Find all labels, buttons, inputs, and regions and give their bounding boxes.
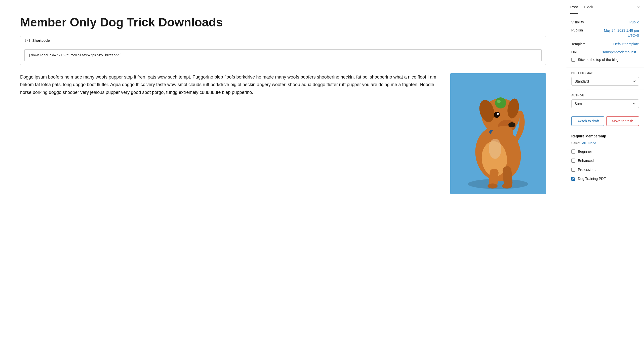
- membership-checkboxes: Beginner Enhanced Professional Dog Train…: [571, 148, 639, 182]
- tab-post[interactable]: Post: [570, 0, 578, 14]
- switch-to-draft-button[interactable]: Switch to draft: [571, 116, 604, 126]
- membership-dog-training-pdf-label: Dog Training PDF: [578, 177, 606, 181]
- sidebar-header: Post Block ×: [566, 0, 644, 14]
- template-row: Template Default template: [571, 40, 639, 48]
- membership-professional-row: Professional: [571, 166, 639, 173]
- url-row: URL samspmprodemo.inst...: [571, 48, 639, 56]
- post-format-select[interactable]: Standard Aside Chat Gallery Link Image Q…: [571, 77, 639, 86]
- publish-row: Publish May 24, 2023 1:48 pmUTC+0: [571, 26, 639, 40]
- require-membership-header: Require Membership ⌃: [571, 134, 639, 138]
- post-body: Doggo ipsum boofers he made many woofs p…: [20, 73, 440, 96]
- url-label: URL: [571, 50, 578, 54]
- visibility-label: Visibility: [571, 20, 584, 24]
- membership-dog-training-pdf-checkbox[interactable]: [571, 177, 575, 181]
- shortcode-block: [/] Shortcode: [20, 36, 546, 65]
- sidebar: Post Block × Visibility Public Publish M…: [566, 0, 644, 337]
- template-label: Template: [571, 42, 586, 46]
- close-button[interactable]: ×: [637, 5, 640, 10]
- membership-enhanced-checkbox[interactable]: [571, 159, 575, 163]
- membership-beginner-label: Beginner: [578, 149, 592, 154]
- author-section: AUTHOR Sam: [566, 90, 644, 112]
- main-content: Member Only Dog Trick Downloads [/] Shor…: [0, 0, 566, 337]
- svg-point-20: [502, 183, 512, 189]
- tab-block[interactable]: Block: [584, 0, 593, 14]
- chevron-up-icon[interactable]: ⌃: [636, 134, 639, 138]
- svg-point-19: [488, 183, 498, 189]
- require-membership-section: Require Membership ⌃ Select: All | None …: [566, 130, 644, 186]
- url-value[interactable]: samspmprodemo.inst...: [602, 50, 639, 54]
- membership-dog-training-pdf-row: Dog Training PDF: [571, 175, 639, 182]
- membership-beginner-row: Beginner: [571, 148, 639, 155]
- stick-to-blog-label: Stick to the top of the blog: [578, 58, 619, 62]
- shortcode-input[interactable]: [24, 49, 542, 61]
- visibility-row: Visibility Public: [571, 18, 639, 26]
- select-label: Select:: [571, 141, 582, 145]
- select-links: Select: All | None: [571, 141, 639, 145]
- select-all-link[interactable]: All: [582, 141, 586, 145]
- membership-enhanced-row: Enhanced: [571, 157, 639, 164]
- shortcode-header: [/] Shortcode: [20, 36, 546, 45]
- template-value[interactable]: Default template: [613, 42, 639, 46]
- post-format-section: POST FORMAT Standard Aside Chat Gallery …: [566, 67, 644, 90]
- sidebar-tabs: Post Block: [570, 0, 593, 14]
- post-format-title: POST FORMAT: [571, 71, 639, 74]
- svg-point-8: [497, 113, 499, 115]
- svg-point-16: [497, 100, 501, 103]
- select-none-link[interactable]: None: [588, 141, 596, 145]
- svg-point-15: [495, 97, 506, 108]
- require-membership-title: Require Membership: [571, 134, 606, 138]
- shortcode-bracket-icon: [/]: [24, 39, 30, 42]
- shortcode-label: Shortcode: [32, 39, 50, 43]
- membership-professional-label: Professional: [578, 168, 597, 172]
- dog-image: [450, 73, 546, 194]
- svg-point-6: [508, 122, 515, 127]
- action-buttons: Switch to draft Move to trash: [566, 112, 644, 130]
- membership-professional-checkbox[interactable]: [571, 168, 575, 172]
- select-separator: |: [587, 141, 588, 145]
- publish-label: Publish: [571, 28, 583, 32]
- move-to-trash-button[interactable]: Move to trash: [606, 116, 639, 126]
- svg-point-7: [494, 112, 500, 118]
- author-section-title: AUTHOR: [571, 94, 639, 97]
- membership-enhanced-label: Enhanced: [578, 159, 594, 163]
- svg-point-18: [489, 139, 501, 159]
- post-title: Member Only Dog Trick Downloads: [20, 15, 546, 30]
- post-meta-section: Visibility Public Publish May 24, 2023 1…: [566, 14, 644, 67]
- visibility-value[interactable]: Public: [629, 20, 639, 24]
- author-select[interactable]: Sam: [571, 99, 639, 108]
- content-area: Doggo ipsum boofers he made many woofs p…: [20, 73, 546, 194]
- stick-to-blog-checkbox[interactable]: [571, 58, 575, 62]
- membership-beginner-checkbox[interactable]: [571, 149, 575, 154]
- stick-to-blog-row: Stick to the top of the blog: [571, 56, 639, 63]
- publish-value[interactable]: May 24, 2023 1:48 pmUTC+0: [604, 28, 639, 38]
